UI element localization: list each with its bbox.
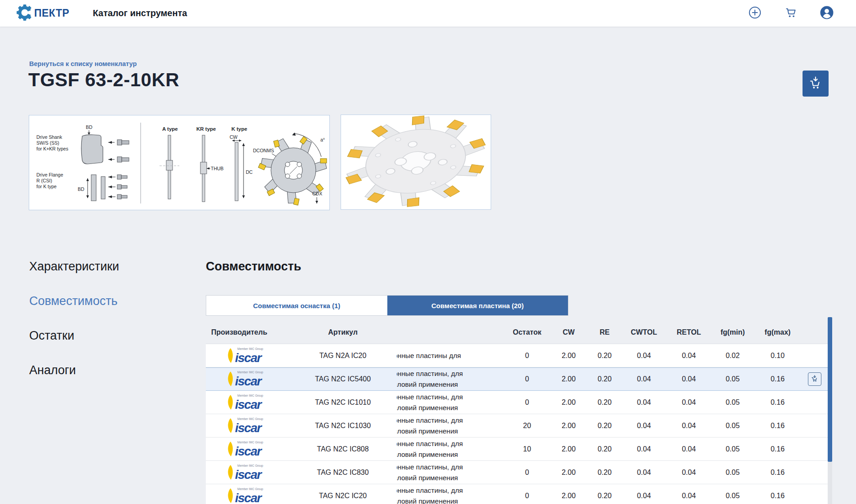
fgmax-cell: 0.16 — [754, 445, 801, 453]
compatibility-section: Совместимость Совместимая оснастка (1) С… — [206, 260, 828, 504]
iscar-logo: Member IMC Group iscar — [221, 368, 275, 390]
manufacturer-cell: Member IMC Group iscar — [206, 345, 289, 367]
table-row[interactable]: Member IMC Group iscar TAG N2C IC1030 он… — [206, 414, 828, 438]
sidebar-item-stock[interactable]: Остатки — [29, 329, 182, 343]
manufacturer-cell: Member IMC Group iscar — [206, 485, 289, 504]
fgmax-cell: 0.16 — [754, 492, 801, 500]
svg-text:DC: DC — [246, 169, 253, 175]
sidebar-item-compatibility[interactable]: Совместимость — [29, 294, 182, 308]
retol-cell: 0.04 — [666, 445, 711, 453]
table-row[interactable]: Member IMC Group iscar TAG N2A IC20 онны… — [206, 344, 828, 367]
col-article: Артикул — [289, 328, 397, 336]
table-row[interactable]: Member IMC Group iscar TAG N2C IC20 онны… — [206, 484, 828, 504]
stock-cell: 20 — [505, 422, 550, 430]
cwtol-cell: 0.04 — [621, 375, 666, 383]
table-row[interactable]: Member IMC Group iscar TAG N2C IC5400 он… — [206, 367, 828, 391]
stock-cell: 0 — [505, 375, 550, 383]
description-cell: онные пластины, для словий применения — [397, 462, 505, 483]
svg-text:Member IMC Group: Member IMC Group — [237, 347, 263, 351]
retol-cell: 0.04 — [666, 492, 711, 500]
table-scrollbar-track[interactable] — [828, 317, 832, 504]
tab-compatible-insert[interactable]: Совместимая пластина (20) — [387, 296, 568, 315]
cwtol-cell: 0.04 — [621, 398, 666, 407]
retol-cell: 0.04 — [666, 422, 711, 430]
description-cell: онные пластины для — [397, 350, 505, 361]
article-cell: TAG N2C IC1030 — [289, 422, 397, 430]
svg-text:Member IMC Group: Member IMC Group — [237, 441, 263, 444]
description-cell: онные пластины, для словий применения — [397, 485, 505, 504]
cw-cell: 2.00 — [550, 492, 588, 500]
iscar-logo: Member IMC Group iscar — [221, 485, 275, 504]
manufacturer-cell: Member IMC Group iscar — [206, 462, 289, 483]
iscar-logo: Member IMC Group iscar — [221, 438, 275, 460]
col-stock: Остаток — [505, 328, 550, 336]
iscar-logo: Member IMC Group iscar — [221, 415, 275, 437]
svg-text:R (CSI): R (CSI) — [36, 178, 52, 183]
iscar-logo: Member IMC Group iscar — [221, 345, 275, 367]
fgmax-cell: 0.10 — [754, 352, 801, 360]
cw-cell: 2.00 — [550, 352, 588, 360]
fgmax-cell: 0.16 — [754, 469, 801, 477]
profile-button[interactable] — [819, 6, 834, 21]
re-cell: 0.20 — [588, 398, 621, 407]
add-button[interactable] — [747, 6, 763, 21]
svg-text:K type: K type — [231, 126, 247, 132]
description-cell: онные пластины, для словий применения — [397, 392, 505, 413]
retol-cell: 0.04 — [666, 398, 711, 407]
retol-cell: 0.04 — [666, 375, 711, 383]
cw-cell: 2.00 — [550, 422, 588, 430]
cwtol-cell: 0.04 — [621, 469, 666, 477]
spektr-logo[interactable]: ПЕКТР — [16, 4, 69, 23]
cart-button[interactable] — [783, 6, 798, 21]
cart-download-icon — [808, 75, 823, 92]
svg-text:Member IMC Group: Member IMC Group — [237, 464, 263, 468]
article-cell: TAG N2C IC808 — [289, 445, 397, 453]
col-fgmin: fg(min) — [711, 328, 754, 336]
manufacturer-cell: Member IMC Group iscar — [206, 415, 289, 437]
cart-icon — [784, 6, 798, 21]
article-cell: TAG N2C IC20 — [289, 492, 397, 500]
add-to-cart-button[interactable] — [803, 71, 829, 97]
svg-text:iscar: iscar — [235, 374, 262, 388]
svg-text:CDX: CDX — [312, 191, 322, 196]
logo-text: ПЕКТР — [34, 7, 69, 19]
re-cell: 0.20 — [588, 445, 621, 453]
description-cell: онные пластины, для словий применения — [397, 368, 505, 390]
sidebar-item-analogs[interactable]: Аналоги — [29, 363, 182, 377]
col-fgmax: fg(max) — [754, 328, 801, 336]
cwtol-cell: 0.04 — [621, 352, 666, 360]
table-header: Производитель Артикул Остаток CW RE CWTO… — [206, 321, 828, 344]
cw-cell: 2.00 — [550, 469, 588, 477]
re-cell: 0.20 — [588, 469, 621, 477]
svg-text:SW/S (SS): SW/S (SS) — [36, 140, 59, 146]
manufacturer-cell: Member IMC Group iscar — [206, 392, 289, 413]
fgmin-cell: 0.05 — [711, 492, 754, 500]
plus-circle-icon — [748, 6, 762, 21]
fgmin-cell: 0.05 — [711, 422, 754, 430]
table-row[interactable]: Member IMC Group iscar TAG N2C IC808 онн… — [206, 438, 828, 461]
re-cell: 0.20 — [588, 352, 621, 360]
svg-text:for K type: for K type — [36, 184, 57, 189]
add-to-cart-row-button[interactable] — [808, 372, 821, 386]
svg-text:Drive Shank: Drive Shank — [36, 134, 62, 140]
manufacturer-cell: Member IMC Group iscar — [206, 438, 289, 460]
col-re: RE — [588, 328, 621, 336]
table-scrollbar-thumb[interactable] — [828, 317, 832, 462]
retol-cell: 0.04 — [666, 352, 711, 360]
svg-text:iscar: iscar — [235, 491, 262, 504]
tab-compatible-tooling[interactable]: Совместимая оснастка (1) — [206, 296, 387, 315]
sidebar-item-characteristics[interactable]: Характеристики — [29, 260, 182, 274]
svg-text:iscar: iscar — [235, 398, 262, 411]
section-nav: Характеристики Совместимость Остатки Ана… — [29, 260, 182, 398]
fgmin-cell: 0.02 — [711, 352, 754, 360]
product-page: ПЕКТР Каталог инструмента — [0, 0, 856, 504]
table-row[interactable]: Member IMC Group iscar TAG N2C IC830 онн… — [206, 461, 828, 484]
stock-cell: 0 — [505, 398, 550, 407]
back-to-list-link[interactable]: Вернуться к списку номенклатур — [29, 60, 137, 67]
catalog-title: Каталог инструмента — [93, 8, 187, 18]
article-cell: TAG N2A IC20 — [289, 352, 397, 360]
table-row[interactable]: Member IMC Group iscar TAG N2C IC1010 он… — [206, 391, 828, 414]
svg-text:iscar: iscar — [235, 421, 262, 435]
svg-text:iscar: iscar — [235, 351, 262, 365]
fgmax-cell: 0.16 — [754, 422, 801, 430]
